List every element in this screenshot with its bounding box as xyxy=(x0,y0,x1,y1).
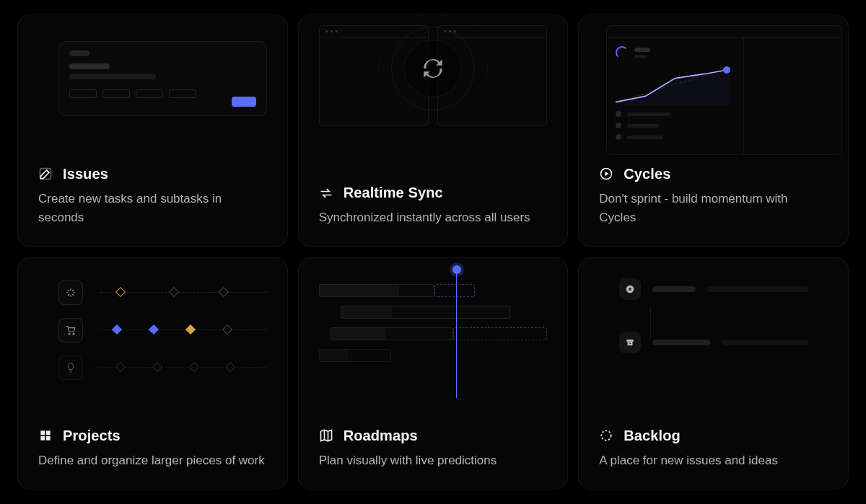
dashed-circle-icon xyxy=(599,428,613,443)
svg-rect-5 xyxy=(46,430,51,435)
svg-rect-7 xyxy=(46,436,51,441)
realtime-illustration xyxy=(319,15,548,179)
map-icon xyxy=(319,428,333,443)
backlog-illustration xyxy=(599,258,828,422)
feature-card-backlog[interactable]: Backlog A place for new issues and ideas xyxy=(578,257,849,490)
feature-title: Issues xyxy=(63,166,108,182)
bulb-icon xyxy=(58,355,83,380)
svg-rect-6 xyxy=(40,436,45,441)
issues-illustration xyxy=(38,15,267,160)
feature-title: Cycles xyxy=(624,166,670,182)
svg-point-2 xyxy=(69,333,70,335)
feature-title: Backlog xyxy=(624,428,681,444)
feature-desc: Plan visually with live predictions xyxy=(319,451,548,470)
edit-icon xyxy=(38,167,53,181)
feature-title: Projects xyxy=(63,428,121,444)
feature-grid: Issues Create new tasks and subtasks in … xyxy=(0,0,866,504)
feature-desc: A place for new issues and ideas xyxy=(599,451,828,470)
feature-desc: Create new tasks and subtasks in seconds xyxy=(38,190,267,228)
swap-icon xyxy=(319,186,333,200)
feature-card-realtime[interactable]: Realtime Sync Synchronized instantly acr… xyxy=(298,14,569,247)
cycles-illustration xyxy=(599,15,828,160)
feature-title: Roadmaps xyxy=(344,428,418,444)
feature-card-roadmaps[interactable]: Roadmaps Plan visually with live predict… xyxy=(298,257,569,490)
svg-point-11 xyxy=(602,430,611,440)
feature-desc: Don't sprint - build momentum with Cycle… xyxy=(599,190,828,228)
feature-card-cycles[interactable]: Cycles Don't sprint - build momentum wit… xyxy=(578,14,849,247)
play-circle-icon xyxy=(599,167,613,181)
projects-illustration xyxy=(38,258,267,422)
cart-icon xyxy=(58,318,83,342)
grid-icon xyxy=(38,428,53,443)
roadmaps-illustration xyxy=(319,258,548,422)
svg-rect-0 xyxy=(40,169,51,180)
svg-rect-9 xyxy=(627,339,634,341)
feature-desc: Synchronized instantly across all users xyxy=(319,208,548,227)
feature-title: Realtime Sync xyxy=(344,185,443,201)
close-circle-icon xyxy=(619,278,641,300)
sparkle-icon xyxy=(58,280,83,305)
feature-desc: Define and organize larger pieces of wor… xyxy=(38,451,267,470)
feature-card-projects[interactable]: Projects Define and organize larger piec… xyxy=(17,257,288,490)
svg-point-3 xyxy=(73,333,74,335)
sync-icon xyxy=(417,53,449,84)
svg-rect-4 xyxy=(40,430,45,435)
archive-icon xyxy=(619,332,641,353)
feature-card-issues[interactable]: Issues Create new tasks and subtasks in … xyxy=(17,14,288,247)
